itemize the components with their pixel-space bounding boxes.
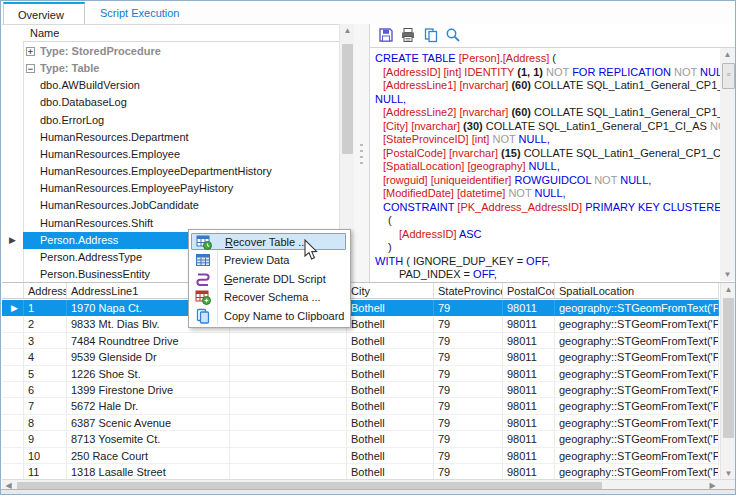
grid-data-row[interactable]: 75672 Hale Dr.Bothell7998011geography::S…	[2, 398, 719, 414]
grid-column-header-city[interactable]: City	[347, 283, 434, 299]
menu-item-generate-ddl-script[interactable]: Generate DDL Script	[191, 270, 346, 289]
grid-data-row[interactable]: 37484 Roundtree DriveBothell7998011geogr…	[2, 333, 719, 349]
grid-row-indicator	[2, 448, 24, 464]
grid-cell: 2	[24, 316, 67, 332]
grid-row-indicator	[2, 382, 24, 398]
window-bottom-edge	[1, 489, 736, 494]
tree-group-row[interactable]: −Type: Table	[23, 60, 339, 77]
grid-cell: geography::STGeomFromText('POINT( -	[555, 349, 719, 365]
grid-data-row[interactable]: 51226 Shoe St.Bothell7998011geography::S…	[2, 366, 719, 382]
grid-cell: 79	[434, 415, 503, 431]
grid-cell: 9	[24, 431, 67, 447]
grid-data-row[interactable]: 29833 Mt. Dias Blv.Bothell7998011geograp…	[2, 316, 719, 332]
sql-line: [AddressLine1] [nvarchar] (60) COLLATE S…	[371, 79, 720, 93]
expand-icon[interactable]: +	[26, 47, 35, 56]
tree-scrollbar-thumb[interactable]	[342, 44, 353, 154]
print-icon[interactable]	[400, 27, 418, 45]
grid-cell: Bothell	[347, 431, 434, 447]
grid-column-header-addressid[interactable]: AddressID	[24, 283, 67, 299]
tab-overview[interactable]: Overview	[3, 2, 85, 24]
grid-data-row[interactable]: 98713 Yosemite Ct.Bothell7998011geograph…	[2, 431, 719, 447]
grid-cell: geography::STGeomFromText('POINT( -	[555, 366, 719, 382]
copy-icon[interactable]	[423, 27, 441, 45]
grid-data-row[interactable]: 49539 Glenside DrBothell7998011geography…	[2, 349, 719, 365]
grid-cell: 98011	[503, 366, 555, 382]
scroll-up-icon[interactable]: ▲	[721, 283, 736, 296]
script-scrollbar-thumb[interactable]: ≡	[722, 63, 735, 89]
grid-cell	[230, 366, 347, 382]
recover-table-icon	[196, 234, 212, 250]
sql-line: [PostalCode] [nvarchar] (15) COLLATE SQL…	[371, 147, 720, 161]
grid-row-indicator	[2, 349, 24, 365]
grid-cell: 98011	[503, 316, 555, 332]
panel-splitter[interactable]	[354, 24, 370, 282]
tree-item-row-humanresources-department[interactable]: HumanResources.Department	[23, 129, 339, 146]
tree-group-row[interactable]: +Type: StoredProcedure	[23, 43, 339, 60]
tree-item-label: HumanResources.EmployeeDepartmentHistory	[40, 163, 272, 180]
sql-line: [SpatialLocation] [geography] NULL,	[371, 160, 720, 174]
tree-item-row-dbo-errorlog[interactable]: dbo.ErrorLog	[23, 112, 339, 129]
grid-cell	[230, 382, 347, 398]
tree-item-label: Type: Table	[40, 60, 100, 77]
grid-cell: 9539 Glenside Dr	[67, 349, 230, 365]
table-context-menu: Recover Table ...Preview DataGenerate DD…	[188, 229, 351, 328]
sql-line: PAD_INDEX = OFF,	[371, 268, 720, 280]
save-icon[interactable]	[378, 27, 396, 45]
tree-item-label: HumanResources.Department	[40, 129, 189, 146]
grid-data-row[interactable]: ▶11970 Napa Ct.Bothell7998011geography::…	[2, 300, 719, 316]
grid-data-row[interactable]: 111318 Lasalle StreetBothell7998011geogr…	[2, 464, 719, 480]
tree-column-header-name[interactable]: Name	[23, 25, 339, 42]
grid-data-row[interactable]: 10250 Race CourtBothell7998011geography:…	[2, 448, 719, 464]
grid-row-indicator	[2, 398, 24, 414]
grid-cell	[230, 398, 347, 414]
search-icon[interactable]	[445, 27, 463, 45]
grid-cell	[230, 464, 347, 480]
tree-item-row-dbo-databaselog[interactable]: dbo.DatabaseLog	[23, 94, 339, 111]
app-window: Overview Script Execution ▶ Name +Type: …	[0, 0, 736, 495]
scroll-up-icon[interactable]: ▲	[720, 48, 735, 61]
tree-item-row-humanresources-employee[interactable]: HumanResources.Employee	[23, 146, 339, 163]
grid-cell: 79	[434, 448, 503, 464]
sql-line: CREATE TABLE [Person].[Address] (	[371, 52, 720, 66]
grid-cell: geography::STGeomFromText('POINT( -	[555, 431, 719, 447]
grid-cell: 10	[24, 448, 67, 464]
tree-item-row-humanresources-employeedepartmenthistory[interactable]: HumanResources.EmployeeDepartmentHistory	[23, 163, 339, 180]
copy-name-icon	[195, 308, 211, 324]
grid-column-header-spatiallocation[interactable]: SpatialLocation	[555, 283, 719, 299]
scroll-down-icon[interactable]: ▼	[720, 268, 735, 281]
grid-data-row[interactable]: 86387 Scenic AvenueBothell7998011geograp…	[2, 415, 719, 431]
tree-item-row-humanresources-jobcandidate[interactable]: HumanResources.JobCandidate	[23, 197, 339, 214]
grid-cell: 1399 Firestone Drive	[67, 382, 230, 398]
menu-item-preview-data[interactable]: Preview Data	[191, 251, 346, 270]
menu-item-recover-schema[interactable]: Recover Schema ...	[191, 288, 346, 307]
tree-item-row-humanresources-employeepayhistory[interactable]: HumanResources.EmployeePayHistory	[23, 180, 339, 197]
collapse-icon[interactable]: −	[26, 64, 35, 73]
menu-item-label: Preview Data	[224, 251, 289, 270]
grid-cell: 1318 Lasalle Street	[67, 464, 230, 480]
grid-column-header-stateprovinceid[interactable]: StateProvinceID	[434, 283, 503, 299]
grid-scrollbar-thumb[interactable]	[723, 298, 734, 438]
script-vertical-scrollbar[interactable]: ▲ ≡ ▼	[720, 48, 735, 281]
grid-cell: 1226 Shoe St.	[67, 366, 230, 382]
grid-cell: 5672 Hale Dr.	[67, 398, 230, 414]
grid-cell: geography::STGeomFromText('POINT( -	[555, 398, 719, 414]
grid-cell: Bothell	[347, 415, 434, 431]
tree-item-label: HumanResources.Employee	[40, 146, 180, 163]
grid-row-indicator	[2, 464, 24, 480]
scroll-up-icon[interactable]: ▲	[340, 24, 355, 38]
grid-cell: 4	[24, 349, 67, 365]
grid-row-indicator	[2, 431, 24, 447]
tab-script-execution[interactable]: Script Execution	[86, 2, 196, 24]
grid-vertical-scrollbar[interactable]: ▲ ▼	[720, 283, 736, 480]
mouse-cursor	[304, 239, 320, 261]
grid-cell: 79	[434, 464, 503, 480]
grid-cell: 3	[24, 333, 67, 349]
grid-column-header-postalcode[interactable]: PostalCode	[503, 283, 555, 299]
grid-data-row[interactable]: 61399 Firestone DriveBothell7998011geogr…	[2, 382, 719, 398]
menu-item-copy-name-to-clipboard[interactable]: Copy Name to Clipboard	[191, 307, 346, 326]
tree-item-row-dbo-awbuildversion[interactable]: dbo.AWBuildVersion	[23, 77, 339, 94]
sql-line: [ModifiedDate] [datetime] NOT NULL,	[371, 187, 720, 201]
grid-cell: 79	[434, 431, 503, 447]
grid-cell: 79	[434, 316, 503, 332]
menu-item-recover-table[interactable]: Recover Table ...	[191, 233, 346, 250]
